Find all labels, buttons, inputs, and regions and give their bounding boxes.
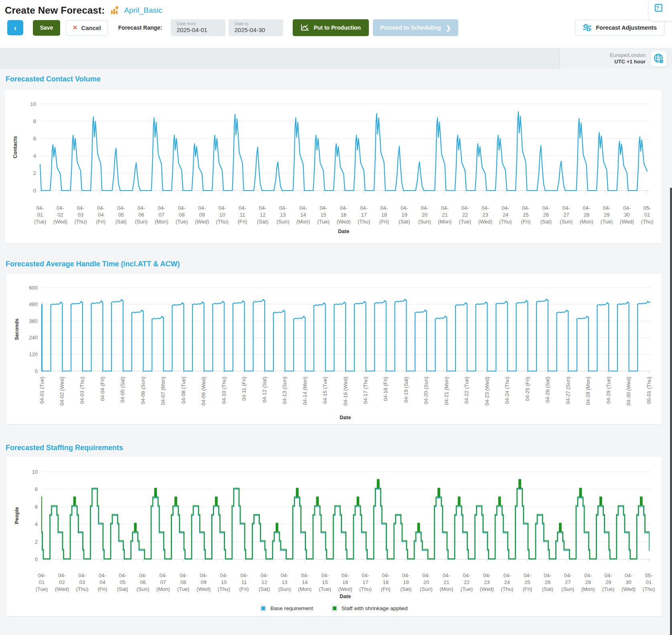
timezone-globe-button[interactable] xyxy=(650,50,667,67)
svg-text:6: 6 xyxy=(35,504,38,510)
aht-card: 012024036048060004-01 (Tue)04-02 (Wed)04… xyxy=(6,274,662,424)
page-title: Create New Forecast: xyxy=(5,5,105,16)
svg-text:04-25(Fri): 04-25(Fri) xyxy=(521,205,530,225)
svg-text:120: 120 xyxy=(29,351,38,357)
svg-text:04-14(Mon): 04-14(Mon) xyxy=(296,205,310,225)
svg-text:Date: Date xyxy=(340,593,351,599)
svg-text:04-20(Sun): 04-20(Sun) xyxy=(418,205,431,225)
svg-text:04-18(Fri): 04-18(Fri) xyxy=(379,205,389,225)
svg-text:05-01 (Thu): 05-01 (Thu) xyxy=(646,377,652,404)
svg-text:04-30(Wed): 04-30(Wed) xyxy=(620,205,634,225)
page: Create New Forecast: April_Basic ? xyxy=(0,0,672,635)
back-button[interactable]: ‹ xyxy=(7,20,23,35)
svg-text:04-07(Mon): 04-07(Mon) xyxy=(155,205,168,225)
svg-text:04-22(Tue): 04-22(Tue) xyxy=(461,572,473,592)
forecast-name-link[interactable]: April_Basic xyxy=(124,6,162,15)
svg-text:04-02 (Wed): 04-02 (Wed) xyxy=(59,377,65,406)
date-from-value: 2025-04-01 xyxy=(176,26,225,33)
svg-text:04-01 (Tue): 04-01 (Tue) xyxy=(39,377,45,404)
cancel-x-icon: ✕ xyxy=(73,24,78,31)
svg-text:04-30(Wed): 04-30(Wed) xyxy=(621,572,636,592)
timezone-bar: Europe/London UTC +1 hour xyxy=(0,48,672,69)
aht-chart: 012024036048060004-01 (Tue)04-02 (Wed)04… xyxy=(6,274,662,424)
svg-text:04-06(Sun): 04-06(Sun) xyxy=(135,205,148,225)
svg-text:04-18 (Fri): 04-18 (Fri) xyxy=(383,377,389,401)
svg-text:480: 480 xyxy=(29,301,38,307)
svg-text:04-19(Sat): 04-19(Sat) xyxy=(400,572,411,592)
legend-item-base-requirement[interactable]: Base requirement xyxy=(260,605,313,611)
legend-swatch-green xyxy=(332,605,338,611)
svg-text:10: 10 xyxy=(32,469,38,475)
proceed-to-scheduling-button[interactable]: Proceed to Scheduling ❯ xyxy=(373,19,458,36)
date-to-field[interactable]: Date to 2025-04-30 xyxy=(229,19,283,36)
svg-text:04-27(Sun): 04-27(Sun) xyxy=(560,205,573,225)
svg-text:04-10(Thu): 04-10(Thu) xyxy=(218,572,230,592)
svg-text:04-22(Tue): 04-22(Tue) xyxy=(459,205,472,225)
cancel-label: Cancel xyxy=(81,24,101,31)
svg-text:04-15 (Tue): 04-15 (Tue) xyxy=(322,377,328,404)
svg-text:04-11 (Fri): 04-11 (Fri) xyxy=(241,377,247,401)
svg-text:04-09(Wed): 04-09(Wed) xyxy=(196,572,211,592)
svg-text:8: 8 xyxy=(35,486,38,492)
legend-swatch-blue xyxy=(260,605,266,611)
svg-text:04-13(Sun): 04-13(Sun) xyxy=(278,572,291,592)
svg-text:?: ? xyxy=(656,5,659,11)
svg-text:6: 6 xyxy=(33,136,36,142)
svg-text:Date: Date xyxy=(340,414,351,420)
svg-text:04-23(Wed): 04-23(Wed) xyxy=(478,205,492,225)
svg-text:04-08(Tue): 04-08(Tue) xyxy=(176,205,188,225)
svg-text:04-01(Tue): 04-01(Tue) xyxy=(36,572,48,592)
save-button[interactable]: Save xyxy=(33,20,60,36)
cancel-button[interactable]: ✕ Cancel xyxy=(66,20,108,36)
svg-text:Contacts: Contacts xyxy=(12,136,18,158)
svg-text:04-27(Sun): 04-27(Sun) xyxy=(561,572,574,592)
date-from-field[interactable]: Date from 2025-04-01 xyxy=(171,19,225,36)
svg-text:04-06 (Sun): 04-06 (Sun) xyxy=(140,377,146,404)
production-chart-icon xyxy=(301,24,310,31)
help-icon[interactable]: ? xyxy=(654,4,664,13)
svg-text:2: 2 xyxy=(35,539,38,545)
svg-text:04-01(Tue): 04-01(Tue) xyxy=(34,205,47,225)
globe-clock-icon xyxy=(653,53,664,64)
svg-text:04-24 (Thu): 04-24 (Thu) xyxy=(504,377,510,404)
svg-text:04-16(Wed): 04-16(Wed) xyxy=(336,205,350,225)
legend-item-shrinkage[interactable]: Staff with shrinkage applied xyxy=(332,605,408,611)
legend-label-base-requirement: Base requirement xyxy=(270,605,313,611)
svg-text:04-28(Mon): 04-28(Mon) xyxy=(581,572,595,592)
forecast-range-label: Forecast Range: xyxy=(118,24,162,31)
svg-text:04-15(Tue): 04-15(Tue) xyxy=(317,205,330,225)
put-to-production-label: Put to Production xyxy=(314,24,360,31)
section-title-staffing: Forecasted Staffing Requirements xyxy=(6,444,672,452)
svg-text:04-10(Thu): 04-10(Thu) xyxy=(216,205,229,225)
svg-text:04-04(Fri): 04-04(Fri) xyxy=(97,572,107,592)
proceed-label: Proceed to Scheduling xyxy=(380,24,441,31)
svg-text:04-27 (Sun): 04-27 (Sun) xyxy=(565,377,571,404)
date-to-label: Date to xyxy=(234,21,283,26)
svg-text:04-04 (Fri): 04-04 (Fri) xyxy=(99,377,105,401)
svg-text:04-19 (Sat): 04-19 (Sat) xyxy=(403,377,409,403)
svg-text:04-29(Tue): 04-29(Tue) xyxy=(601,205,613,225)
svg-text:04-20(Sun): 04-20(Sun) xyxy=(420,572,433,592)
forecast-adjustments-button[interactable]: Forecast Adjustments xyxy=(575,20,664,36)
svg-text:04-09(Wed): 04-09(Wed) xyxy=(195,205,209,225)
svg-text:04-08 (Tue): 04-08 (Tue) xyxy=(180,377,186,404)
scrollbar-thumb[interactable] xyxy=(670,188,672,635)
svg-text:04-05 (Sat): 04-05 (Sat) xyxy=(119,377,125,403)
svg-text:04-24(Thu): 04-24(Thu) xyxy=(499,205,512,225)
svg-text:0: 0 xyxy=(35,556,38,562)
svg-text:04-19(Sat): 04-19(Sat) xyxy=(399,205,410,225)
svg-text:04-20 (Sun): 04-20 (Sun) xyxy=(423,377,429,404)
svg-text:04-25(Fri): 04-25(Fri) xyxy=(522,572,532,592)
svg-text:04-26 (Sat): 04-26 (Sat) xyxy=(544,377,551,403)
svg-text:04-03 (Thu): 04-03 (Thu) xyxy=(79,377,85,404)
svg-text:04-04(Fri): 04-04(Fri) xyxy=(96,205,105,225)
svg-text:04-02(Wed): 04-02(Wed) xyxy=(55,572,69,592)
svg-text:04-25 (Fri): 04-25 (Fri) xyxy=(524,377,530,401)
svg-text:04-14 (Mon): 04-14 (Mon) xyxy=(302,377,308,405)
svg-text:04-28(Mon): 04-28(Mon) xyxy=(580,205,593,225)
timezone-offset: UTC +1 hour xyxy=(610,59,646,65)
put-to-production-button[interactable]: Put to Production xyxy=(293,19,368,36)
header: Create New Forecast: April_Basic ? xyxy=(0,0,672,48)
staffing-chart: 024681004-01(Tue)04-02(Wed)04-03(Thu)04-… xyxy=(6,457,662,601)
date-to-value: 2025-04-30 xyxy=(234,26,283,33)
